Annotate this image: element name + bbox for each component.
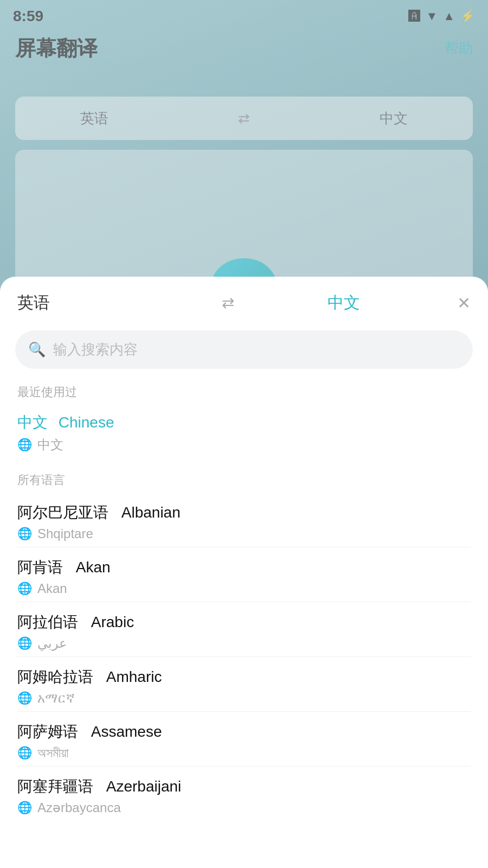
lang-title-arabic: 阿拉伯语 Arabic: [17, 612, 471, 633]
lang-title-albanian: 阿尔巴尼亚语 Albanian: [17, 502, 471, 523]
lang-native-azerbaijani: Azərbaycanca: [37, 800, 121, 815]
lang-zh-amharic: 阿姆哈拉语: [17, 668, 93, 685]
lang-sub-azerbaijani: 🌐 Azərbaycanca: [17, 800, 471, 821]
close-button[interactable]: ✕: [438, 293, 471, 312]
lang-item-akan[interactable]: 阿肯语 Akan 🌐 Akan: [0, 550, 488, 604]
globe-icon-akan: 🌐: [17, 582, 32, 596]
overlay-dim: [0, 0, 488, 304]
all-section-label: 所有语言: [0, 463, 488, 495]
lang-native-amharic: አማርኛ: [37, 691, 75, 706]
lang-title-amharic: 阿姆哈拉语 Amharic: [17, 667, 471, 687]
recent-item-title: 中文 Chinese: [17, 412, 471, 433]
lang-zh-azerbaijani: 阿塞拜疆语: [17, 778, 93, 795]
search-bar[interactable]: 🔍 输入搜索内容: [15, 330, 473, 369]
sheet-lang-to[interactable]: 中文: [249, 292, 438, 314]
lang-item-arabic[interactable]: 阿拉伯语 Arabic 🌐 عربي: [0, 604, 488, 659]
recent-en-label: Chinese: [59, 414, 114, 431]
lang-en-assamese: Assamese: [91, 723, 162, 740]
lang-title-azerbaijani: 阿塞拜疆语 Azerbaijani: [17, 776, 471, 797]
lang-en-akan: Akan: [76, 559, 111, 576]
recent-zh-label: 中文: [17, 414, 48, 431]
lang-item-amharic[interactable]: 阿姆哈拉语 Amharic 🌐 አማርኛ: [0, 659, 488, 714]
lang-native-akan: Akan: [37, 581, 67, 596]
lang-item-azerbaijani[interactable]: 阿塞拜疆语 Azerbaijani 🌐 Azərbaycanca: [0, 769, 488, 823]
lang-sub-akan: 🌐 Akan: [17, 581, 471, 602]
lang-native-albanian: Shqiptare: [37, 526, 93, 541]
globe-icon-arabic: 🌐: [17, 636, 32, 650]
lang-en-azerbaijani: Azerbaijani: [106, 778, 182, 795]
lang-sub-albanian: 🌐 Shqiptare: [17, 526, 471, 547]
lang-item-assamese[interactable]: 阿萨姆语 Assamese 🌐 অসমীয়া: [0, 714, 488, 769]
search-input[interactable]: 输入搜索内容: [53, 340, 138, 359]
lang-en-arabic: Arabic: [91, 614, 134, 630]
globe-icon-assamese: 🌐: [17, 746, 32, 760]
lang-sub-assamese: 🌐 অসমীয়া: [17, 745, 471, 767]
lang-title-akan: 阿肯语 Akan: [17, 557, 471, 578]
globe-icon-azerbaijani: 🌐: [17, 801, 32, 815]
language-list: 最近使用过 中文 Chinese 🌐 中文 所有语言 阿尔巴尼亚语 Albani…: [0, 380, 488, 868]
recent-item-sub: 🌐 中文: [17, 436, 471, 454]
globe-icon-amharic: 🌐: [17, 691, 32, 705]
recent-sub-text: 中文: [37, 436, 63, 454]
lang-en-albanian: Albanian: [121, 504, 181, 521]
sheet-swap-icon[interactable]: ⇄: [206, 294, 249, 312]
sheet-lang-from[interactable]: 英语: [17, 292, 206, 314]
lang-item-albanian[interactable]: 阿尔巴尼亚语 Albanian 🌐 Shqiptare: [0, 495, 488, 550]
lang-native-arabic: عربي: [37, 636, 67, 651]
lang-sub-amharic: 🌐 አማርኛ: [17, 691, 471, 712]
globe-icon-albanian: 🌐: [17, 527, 32, 541]
bottom-sheet: 英语 ⇄ 中文 ✕ 🔍 输入搜索内容 最近使用过 中文 Chinese 🌐 中文…: [0, 277, 488, 868]
recent-section-label: 最近使用过: [0, 380, 488, 407]
lang-zh-albanian: 阿尔巴尼亚语: [17, 504, 108, 521]
lang-native-assamese: অসমীয়া: [37, 745, 69, 761]
sheet-header: 英语 ⇄ 中文 ✕: [0, 277, 488, 325]
lang-title-assamese: 阿萨姆语 Assamese: [17, 722, 471, 742]
globe-icon: 🌐: [17, 438, 32, 452]
recent-chinese-item[interactable]: 中文 Chinese 🌐 中文: [0, 407, 488, 463]
lang-zh-assamese: 阿萨姆语: [17, 723, 78, 740]
lang-zh-akan: 阿肯语: [17, 559, 63, 576]
search-icon: 🔍: [28, 341, 46, 358]
lang-sub-arabic: 🌐 عربي: [17, 636, 471, 657]
lang-en-amharic: Amharic: [106, 668, 162, 685]
lang-zh-arabic: 阿拉伯语: [17, 614, 78, 630]
